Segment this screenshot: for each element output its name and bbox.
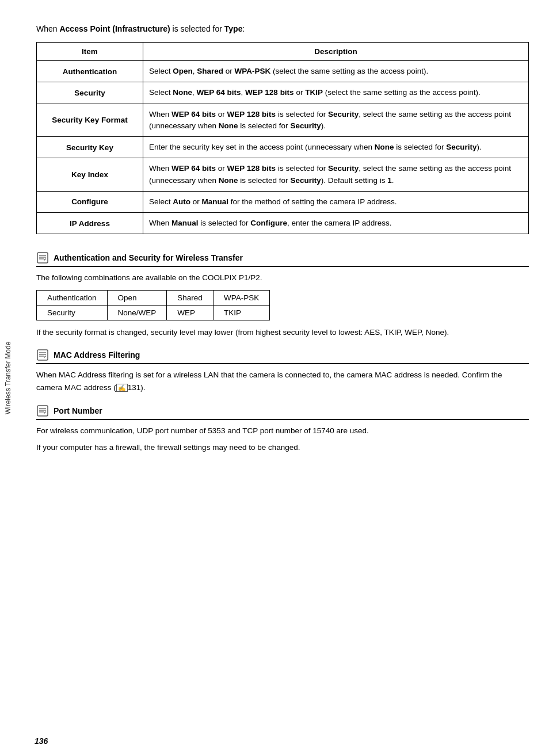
svg-rect-0 <box>37 253 48 263</box>
note1-heading-container: Authentication and Security for Wireless… <box>36 251 529 267</box>
combo-cell: Security <box>37 305 108 320</box>
note-section-1: Authentication and Security for Wireless… <box>36 251 529 338</box>
item-security-key-format: Security Key Format <box>37 104 143 137</box>
note3-heading-text: Port Number <box>54 406 102 415</box>
note1-icon <box>36 251 49 264</box>
intro-bold2: Type <box>224 24 243 33</box>
sidebar: Wireless Transfer Mode <box>0 0 16 756</box>
combo-cell: TKIP <box>213 305 269 320</box>
intro-bold1: Access Point (Infrastructure) <box>59 24 170 33</box>
note1-body2: If the security format is changed, secur… <box>36 326 529 339</box>
desc-key-index: When WEP 64 bits or WEP 128 bits is sele… <box>143 158 529 192</box>
intro-text-when: When <box>36 24 59 33</box>
desc-security: Select None, WEP 64 bits, WEP 128 bits o… <box>143 82 529 104</box>
intro-mid: is selected for <box>170 24 224 33</box>
note3-body2: If your computer has a firewall, the fir… <box>36 441 529 454</box>
desc-ip-address: When Manual is selected for Configure, e… <box>143 213 529 234</box>
item-ip-address: IP Address <box>37 213 143 234</box>
table-row: Security Key Format When WEP 64 bits or … <box>37 104 529 137</box>
intro-end: : <box>242 24 245 33</box>
table-header-description: Description <box>143 43 529 61</box>
combo-cell-shared: Shared <box>167 290 214 305</box>
note-section-3: Port Number For wireless communication, … <box>36 404 529 454</box>
table-row: Authentication Select Open, Shared or WP… <box>37 61 529 82</box>
combo-cell: Authentication <box>37 290 108 305</box>
combo-cell: WPA-PSK <box>213 290 269 305</box>
item-security-key: Security Key <box>37 137 143 158</box>
sidebar-label: Wireless Transfer Mode <box>4 342 12 415</box>
table-header-item: Item <box>37 43 143 61</box>
ref-icon: ✍ <box>116 384 128 392</box>
item-authentication: Authentication <box>37 61 143 82</box>
note3-icon <box>36 404 49 417</box>
note3-heading-container: Port Number <box>36 404 529 420</box>
intro-paragraph: When Access Point (Infrastructure) is se… <box>36 23 529 35</box>
table-row: Key Index When WEP 64 bits or WEP 128 bi… <box>37 158 529 192</box>
combo-table: Authentication Open Shared WPA-PSK Secur… <box>36 290 270 320</box>
desc-configure: Select Auto or Manual for the method of … <box>143 191 529 212</box>
note1-body1: The following combinations are available… <box>36 272 529 284</box>
note2-icon <box>36 349 49 361</box>
combo-cell: None/WEP <box>107 305 167 320</box>
note1-heading-text: Authentication and Security for Wireless… <box>54 253 243 262</box>
note2-heading-text: MAC Address Filtering <box>54 350 140 360</box>
svg-rect-8 <box>37 406 48 416</box>
svg-rect-4 <box>37 350 48 360</box>
desc-security-key-format: When WEP 64 bits or WEP 128 bits is sele… <box>143 104 529 137</box>
combo-row-0: Authentication Open Shared WPA-PSK <box>37 290 270 305</box>
table-row: Configure Select Auto or Manual for the … <box>37 191 529 212</box>
page: Wireless Transfer Mode When Access Point… <box>0 0 549 756</box>
combo-cell: WEP <box>167 305 214 320</box>
item-security: Security <box>37 82 143 104</box>
main-content: When Access Point (Infrastructure) is se… <box>16 0 549 756</box>
combo-row-1: Security None/WEP WEP TKIP <box>37 305 270 320</box>
note-section-2: MAC Address Filtering When MAC Address f… <box>36 349 529 394</box>
main-table: Item Description Authentication Select O… <box>36 42 529 234</box>
page-number: 136 <box>35 736 48 746</box>
note2-body: When MAC Address filtering is set for a … <box>36 369 529 394</box>
item-configure: Configure <box>37 191 143 212</box>
item-key-index: Key Index <box>37 158 143 192</box>
table-row: Security Select None, WEP 64 bits, WEP 1… <box>37 82 529 104</box>
table-row: Security Key Enter the security key set … <box>37 137 529 158</box>
note3-body1: For wireless communication, UDP port num… <box>36 425 529 437</box>
desc-authentication: Select Open, Shared or WPA-PSK (select t… <box>143 61 529 82</box>
table-row: IP Address When Manual is selected for C… <box>37 213 529 234</box>
desc-security-key: Enter the security key set in the access… <box>143 137 529 158</box>
combo-cell: Open <box>107 290 167 305</box>
note2-heading-container: MAC Address Filtering <box>36 349 529 364</box>
